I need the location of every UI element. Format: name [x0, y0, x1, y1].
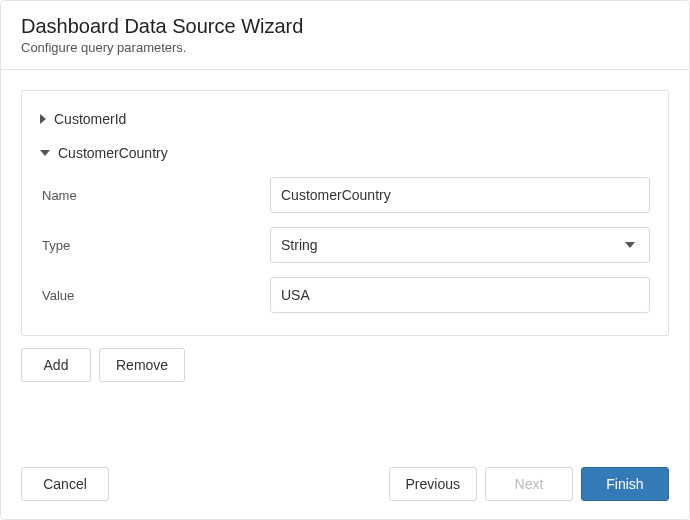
name-input[interactable] [270, 177, 650, 213]
field-label-value: Value [40, 288, 270, 303]
previous-button[interactable]: Previous [389, 467, 477, 501]
parameters-panel: CustomerId CustomerCountry Name Type [21, 90, 669, 336]
next-button: Next [485, 467, 573, 501]
cancel-button[interactable]: Cancel [21, 467, 109, 501]
field-row-type: Type String [40, 227, 650, 263]
field-row-value: Value [40, 277, 650, 313]
chevron-down-icon [625, 242, 635, 248]
type-select-value: String [281, 237, 318, 253]
chevron-down-icon [40, 150, 50, 156]
parameter-item-customerid[interactable]: CustomerId [40, 105, 650, 133]
parameter-actions: Add Remove [21, 348, 669, 382]
wizard-subtitle: Configure query parameters. [21, 40, 669, 55]
field-label-name: Name [40, 188, 270, 203]
parameter-label: CustomerId [54, 111, 126, 127]
finish-button[interactable]: Finish [581, 467, 669, 501]
wizard-dialog: Dashboard Data Source Wizard Configure q… [0, 0, 690, 520]
wizard-title: Dashboard Data Source Wizard [21, 15, 669, 38]
remove-button[interactable]: Remove [99, 348, 185, 382]
value-input[interactable] [270, 277, 650, 313]
wizard-footer: Cancel Previous Next Finish [1, 451, 689, 519]
type-select[interactable]: String [270, 227, 650, 263]
field-row-name: Name [40, 177, 650, 213]
parameter-item-customercountry[interactable]: CustomerCountry [40, 139, 650, 167]
chevron-right-icon [40, 114, 46, 124]
field-label-type: Type [40, 238, 270, 253]
wizard-header: Dashboard Data Source Wizard Configure q… [1, 1, 689, 70]
parameter-label: CustomerCountry [58, 145, 168, 161]
add-button[interactable]: Add [21, 348, 91, 382]
parameter-fields: Name Type String Value [40, 177, 650, 313]
wizard-body: CustomerId CustomerCountry Name Type [1, 70, 689, 451]
